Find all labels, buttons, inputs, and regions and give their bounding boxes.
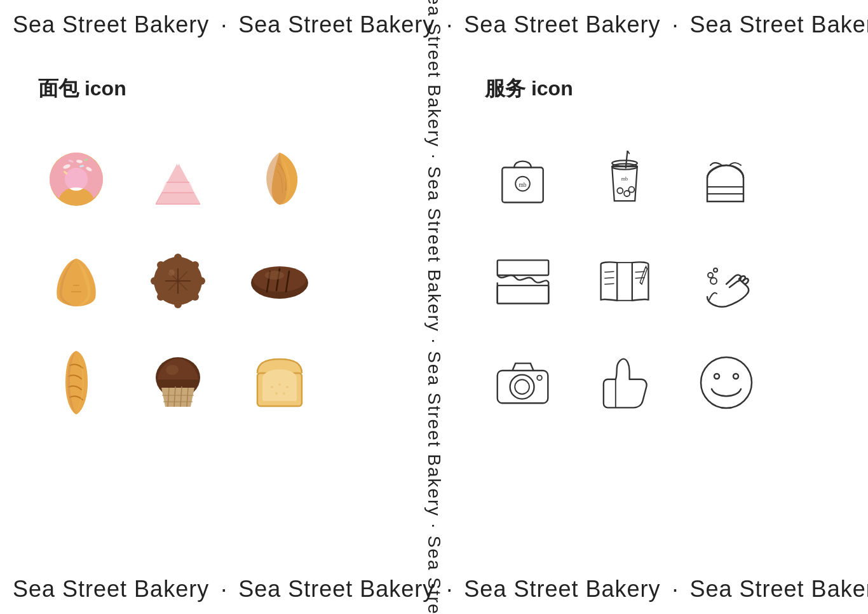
chocolate-bread-icon — [245, 246, 315, 316]
svg-point-24 — [151, 277, 158, 285]
delivery-icon — [691, 246, 761, 316]
svg-rect-65 — [498, 285, 549, 303]
svg-rect-64 — [498, 260, 549, 275]
watermark-text-2: Sea Street Bakery — [238, 11, 435, 38]
thumbs-up-icon — [590, 348, 660, 418]
muffin-icon — [143, 348, 213, 418]
svg-point-82 — [537, 376, 542, 381]
donut-icon — [41, 144, 111, 214]
svg-point-50 — [283, 392, 285, 395]
svg-point-47 — [278, 383, 281, 386]
svg-text:mb: mb — [519, 182, 526, 188]
svg-point-40 — [166, 365, 179, 375]
watermark-bottom-dot-3: · — [672, 576, 679, 603]
chocolate-cookie-icon — [143, 246, 213, 316]
watermark-bottom-dot-1: · — [220, 576, 227, 603]
svg-point-18 — [174, 254, 182, 261]
watermark-bottom-text-3: Sea Street Bakery — [464, 576, 660, 603]
watermark-dot-3: · — [672, 11, 679, 38]
watermark-bottom-text-1: Sea Street Bakery — [13, 576, 209, 603]
svg-point-20 — [198, 277, 205, 285]
watermark-dot-1: · — [220, 11, 227, 38]
svg-line-75 — [640, 282, 642, 284]
svg-text:mb: mb — [621, 176, 628, 182]
watermark-text-1: Sea Street Bakery — [13, 11, 209, 38]
smiley-icon — [691, 348, 761, 418]
svg-point-26 — [168, 269, 175, 276]
cake-slice-icon — [143, 144, 213, 214]
svg-point-58 — [617, 188, 623, 194]
svg-point-76 — [710, 278, 717, 284]
watermark-text-3: Sea Street Bakery — [464, 11, 660, 38]
watermark-dot-2: · — [446, 11, 452, 38]
watermark-text-4: Sea Street Bakery — [690, 11, 868, 38]
svg-point-60 — [628, 187, 634, 193]
watermark-bottom-text-2: Sea Street Bakery — [238, 576, 435, 603]
svg-point-23 — [157, 293, 165, 301]
toast-icon — [245, 348, 315, 418]
baguette-icon — [41, 348, 111, 418]
main-content: 面包 icon — [0, 50, 868, 564]
bread-icon-grid — [38, 135, 396, 427]
svg-line-70 — [604, 271, 614, 272]
svg-point-77 — [708, 273, 713, 278]
watermark-bottom: Sea Street Bakery · Sea Street Bakery · … — [0, 564, 868, 614]
svg-point-48 — [286, 386, 288, 388]
svg-point-78 — [714, 268, 717, 272]
bubble-tea-icon: mb — [590, 144, 660, 214]
svg-point-25 — [157, 261, 165, 269]
svg-point-22 — [174, 301, 182, 308]
svg-line-56 — [626, 151, 628, 168]
croissant-icon — [245, 144, 315, 214]
watermark-bottom-text-4: Sea Street Bakery — [690, 576, 868, 603]
svg-line-71 — [604, 278, 614, 278]
svg-line-72 — [604, 283, 614, 284]
svg-point-32 — [265, 271, 284, 280]
svg-line-74 — [635, 278, 645, 278]
camera-icon — [488, 348, 558, 418]
cake-slice-outline-icon — [691, 144, 761, 214]
watermark-bottom-dot-2: · — [446, 576, 452, 603]
svg-point-86 — [733, 374, 738, 379]
svg-point-49 — [275, 392, 278, 395]
storefront-icon — [488, 246, 558, 316]
svg-point-84 — [701, 357, 752, 408]
book-icon — [590, 246, 660, 316]
bread-section: 面包 icon — [0, 50, 434, 564]
service-icon-grid: mb — [485, 135, 843, 427]
triangle-bread-icon — [41, 246, 111, 316]
watermark-top: Sea Street Bakery · Sea Street Bakery · … — [0, 0, 868, 50]
service-section: 服务 icon mb — [434, 50, 868, 564]
svg-point-46 — [271, 386, 273, 388]
bread-section-title: 面包 icon — [38, 75, 396, 103]
svg-point-81 — [515, 379, 529, 394]
service-section-title: 服务 icon — [485, 75, 843, 103]
svg-point-19 — [191, 261, 199, 269]
svg-point-80 — [510, 375, 534, 399]
shopping-bag-icon: mb — [488, 144, 558, 214]
svg-point-21 — [191, 293, 199, 301]
svg-point-85 — [714, 374, 719, 379]
